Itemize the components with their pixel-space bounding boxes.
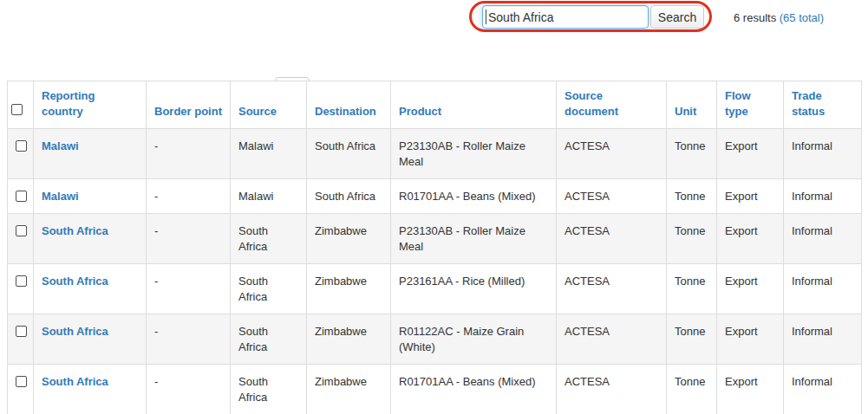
row-select-cell bbox=[8, 179, 34, 214]
cell-source: Malawi bbox=[231, 179, 307, 214]
cell-trade-status: Informal bbox=[784, 214, 862, 264]
results-summary: 6 results (65 total) bbox=[734, 11, 824, 24]
reporting-country-link[interactable]: Malawi bbox=[42, 190, 79, 203]
actions-bar: Action: --------- ∨ Go 0 of 6 selected bbox=[0, 38, 868, 73]
cell-source: South Africa bbox=[231, 264, 307, 314]
column-header-source[interactable]: Source bbox=[231, 81, 307, 129]
cell-border-point: - bbox=[147, 179, 231, 214]
cell-flow-type: Export bbox=[717, 314, 784, 365]
results-count: 6 results bbox=[734, 11, 780, 24]
cell-product: R01122AC - Maize Grain (White) bbox=[391, 314, 557, 365]
cell-trade-status: Informal bbox=[784, 314, 862, 365]
column-header-unit[interactable]: Unit bbox=[667, 81, 717, 129]
table-row: South Africa - South Africa Zimbabwe P23… bbox=[8, 264, 862, 314]
table-row: South Africa - South Africa Zimbabwe R01… bbox=[8, 365, 862, 414]
row-select-cell bbox=[8, 365, 34, 414]
cell-border-point: - bbox=[147, 214, 231, 264]
table-row: South Africa - South Africa Zimbabwe P23… bbox=[8, 214, 862, 264]
cell-flow-type: Export bbox=[717, 129, 784, 179]
cell-source: South Africa bbox=[231, 365, 307, 414]
cell-source: South Africa bbox=[231, 214, 307, 264]
cell-reporting-country: South Africa bbox=[34, 314, 147, 365]
cell-destination: Zimbabwe bbox=[307, 264, 391, 314]
cell-border-point: - bbox=[147, 264, 231, 314]
cell-unit: Tonne bbox=[667, 129, 717, 179]
row-select-cell bbox=[8, 214, 34, 264]
cell-reporting-country: Malawi bbox=[34, 179, 147, 214]
cell-source: Malawi bbox=[231, 129, 307, 179]
cell-source: South Africa bbox=[231, 314, 307, 365]
reporting-country-link[interactable]: South Africa bbox=[42, 325, 108, 338]
cell-destination: Zimbabwe bbox=[307, 365, 391, 414]
search-input[interactable] bbox=[482, 5, 649, 29]
table-row: South Africa - South Africa Zimbabwe R01… bbox=[8, 314, 862, 365]
column-header-border-point[interactable]: Border point bbox=[147, 81, 231, 129]
cell-flow-type: Export bbox=[717, 365, 784, 414]
reporting-country-link[interactable]: South Africa bbox=[42, 375, 108, 388]
cell-destination: Zimbabwe bbox=[307, 314, 391, 365]
search-bar: Search 6 results (65 total) bbox=[0, 0, 868, 38]
cell-product: R01701AA - Beans (Mixed) bbox=[391, 365, 557, 414]
cell-unit: Tonne bbox=[667, 179, 717, 214]
cell-product: P23130AB - Roller Maize Meal bbox=[391, 129, 557, 179]
column-header-destination[interactable]: Destination bbox=[307, 81, 391, 129]
row-checkbox[interactable] bbox=[16, 376, 27, 387]
row-checkbox[interactable] bbox=[16, 326, 27, 337]
column-header-flow-type[interactable]: Flow type bbox=[717, 81, 784, 129]
cell-destination: South Africa bbox=[307, 129, 391, 179]
text-caret bbox=[486, 10, 486, 24]
cell-flow-type: Export bbox=[717, 214, 784, 264]
cell-border-point: - bbox=[147, 129, 231, 179]
search-button[interactable]: Search bbox=[650, 5, 704, 29]
table-header-row: Reporting country Border point Source De… bbox=[8, 81, 862, 129]
reporting-country-link[interactable]: South Africa bbox=[42, 224, 108, 237]
cell-source-document: ACTESA bbox=[557, 365, 667, 414]
row-select-cell bbox=[8, 129, 34, 179]
cell-border-point: - bbox=[147, 365, 231, 414]
cell-product: P23130AB - Roller Maize Meal bbox=[391, 214, 557, 264]
reporting-country-link[interactable]: Malawi bbox=[42, 139, 79, 152]
column-header-source-document[interactable]: Source document bbox=[557, 81, 667, 129]
cell-reporting-country: South Africa bbox=[34, 365, 147, 414]
table-row: Malawi - Malawi South Africa R01701AA - … bbox=[8, 179, 862, 214]
results-table: Reporting country Border point Source De… bbox=[7, 81, 862, 414]
cell-trade-status: Informal bbox=[784, 129, 862, 179]
cell-unit: Tonne bbox=[667, 314, 717, 365]
select-all-cell bbox=[8, 81, 34, 129]
row-checkbox[interactable] bbox=[16, 140, 27, 152]
row-select-cell bbox=[8, 264, 34, 314]
total-results-link[interactable]: (65 total) bbox=[780, 11, 824, 24]
column-header-trade-status[interactable]: Trade status bbox=[784, 81, 862, 129]
row-select-cell bbox=[8, 314, 34, 365]
column-header-reporting-country[interactable]: Reporting country bbox=[34, 81, 147, 129]
changelist-page: Search 6 results (65 total) Action: ----… bbox=[0, 0, 868, 414]
cell-reporting-country: South Africa bbox=[34, 214, 147, 264]
cell-destination: Zimbabwe bbox=[307, 214, 391, 264]
cell-reporting-country: South Africa bbox=[34, 264, 147, 314]
select-all-checkbox[interactable] bbox=[11, 104, 23, 115]
reporting-country-link[interactable]: South Africa bbox=[42, 275, 108, 288]
cell-unit: Tonne bbox=[667, 264, 717, 314]
cell-reporting-country: Malawi bbox=[34, 129, 147, 179]
row-checkbox[interactable] bbox=[16, 225, 27, 236]
table-body: Malawi - Malawi South Africa P23130AB - … bbox=[8, 129, 862, 414]
row-checkbox[interactable] bbox=[16, 191, 27, 202]
cell-trade-status: Informal bbox=[784, 179, 862, 214]
cell-destination: South Africa bbox=[307, 179, 391, 214]
cell-flow-type: Export bbox=[717, 179, 784, 214]
cell-border-point: - bbox=[147, 314, 231, 365]
cell-source-document: ACTESA bbox=[557, 314, 667, 365]
cell-unit: Tonne bbox=[667, 214, 717, 264]
cell-source-document: ACTESA bbox=[557, 214, 667, 264]
cell-flow-type: Export bbox=[717, 264, 784, 314]
cell-source-document: ACTESA bbox=[557, 129, 667, 179]
row-checkbox[interactable] bbox=[16, 275, 27, 287]
table-row: Malawi - Malawi South Africa P23130AB - … bbox=[8, 129, 862, 179]
cell-product: R01701AA - Beans (Mixed) bbox=[391, 179, 557, 214]
column-header-product[interactable]: Product bbox=[391, 81, 557, 129]
cell-trade-status: Informal bbox=[784, 365, 862, 414]
cell-source-document: ACTESA bbox=[557, 264, 667, 314]
cell-trade-status: Informal bbox=[784, 264, 862, 314]
cell-source-document: ACTESA bbox=[557, 179, 667, 214]
cell-unit: Tonne bbox=[667, 365, 717, 414]
